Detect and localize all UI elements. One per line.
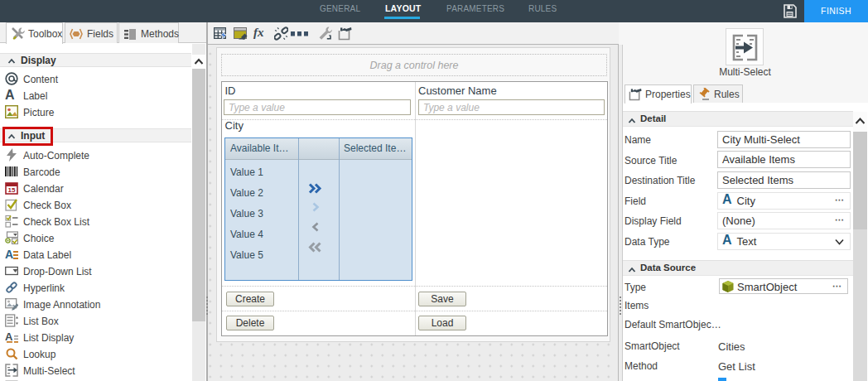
svg-text:A: A <box>5 248 13 261</box>
svg-text:A: A <box>5 330 13 343</box>
svg-text:15: 15 <box>8 186 16 194</box>
